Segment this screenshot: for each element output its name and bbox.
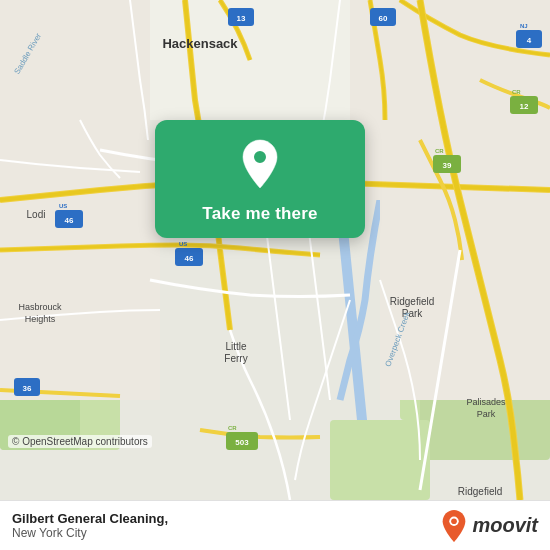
svg-text:60: 60 (379, 14, 388, 23)
svg-text:Park: Park (477, 409, 496, 419)
location-pin-icon (234, 138, 286, 190)
svg-point-53 (452, 518, 458, 524)
svg-text:NJ: NJ (520, 23, 528, 29)
moovit-brand-text: moovit (472, 514, 538, 537)
svg-text:CR: CR (512, 89, 521, 95)
svg-text:Ridgefield: Ridgefield (458, 486, 502, 497)
svg-point-51 (253, 150, 267, 164)
svg-text:Little: Little (225, 341, 247, 352)
svg-rect-5 (330, 420, 430, 500)
svg-text:Hasbrouck: Hasbrouck (18, 302, 62, 312)
location-name: Gilbert General Cleaning, (12, 511, 168, 526)
location-city: New York City (12, 526, 168, 540)
take-me-there-button[interactable]: Take me there (202, 204, 317, 224)
map-background: 17 NJ 46 US 46 US 13 60 4 NJ 39 CR 12 CR… (0, 0, 550, 500)
svg-text:Hackensack: Hackensack (162, 36, 238, 51)
svg-text:503: 503 (235, 438, 249, 447)
svg-rect-9 (0, 200, 160, 400)
svg-text:46: 46 (185, 254, 194, 263)
bottom-bar: Gilbert General Cleaning, New York City … (0, 500, 550, 550)
svg-text:4: 4 (527, 36, 532, 45)
svg-text:US: US (179, 241, 187, 247)
moovit-logo[interactable]: moovit (440, 509, 538, 543)
svg-text:Heights: Heights (25, 314, 56, 324)
svg-text:39: 39 (443, 161, 452, 170)
svg-text:13: 13 (237, 14, 246, 23)
svg-text:US: US (59, 203, 67, 209)
overlay-card[interactable]: Take me there (155, 120, 365, 238)
svg-text:36: 36 (23, 384, 32, 393)
map-container: 17 NJ 46 US 46 US 13 60 4 NJ 39 CR 12 CR… (0, 0, 550, 500)
svg-text:CR: CR (435, 148, 444, 154)
location-info: Gilbert General Cleaning, New York City (12, 511, 168, 540)
svg-rect-7 (0, 0, 150, 200)
svg-text:46: 46 (65, 216, 74, 225)
svg-text:Ferry: Ferry (224, 353, 247, 364)
svg-text:12: 12 (520, 102, 529, 111)
osm-attribution: © OpenStreetMap contributors (8, 435, 152, 448)
svg-text:Lodi: Lodi (27, 209, 46, 220)
moovit-pin-icon (440, 509, 468, 543)
svg-text:Palisades: Palisades (466, 397, 506, 407)
svg-text:CR: CR (228, 425, 237, 431)
svg-text:Ridgefield: Ridgefield (390, 296, 434, 307)
